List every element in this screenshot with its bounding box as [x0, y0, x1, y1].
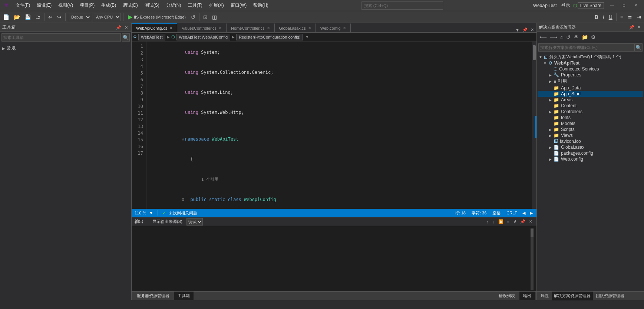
tree-app-data[interactable]: 📁 App_Data: [538, 85, 643, 91]
menu-analyze[interactable]: 分析(N): [163, 1, 184, 9]
se-refresh-btn[interactable]: ↺: [565, 34, 572, 40]
tab-close[interactable]: ✕: [169, 26, 172, 30]
scrollbar-thumb[interactable]: [533, 45, 536, 60]
tree-favicon[interactable]: 🖼 favicon.ico: [538, 138, 643, 144]
align-btn[interactable]: ≡: [619, 13, 625, 22]
status-char[interactable]: 字符: 36: [470, 210, 488, 216]
path-dropdown[interactable]: ▼: [305, 35, 309, 39]
se-close-btn[interactable]: ✕: [636, 25, 642, 30]
tab-close-btn[interactable]: ✕: [529, 27, 535, 32]
bottom-tab-toolbox[interactable]: 工具箱: [174, 292, 194, 300]
fold-2[interactable]: [182, 70, 184, 75]
output-wrap-btn[interactable]: ↲: [512, 219, 518, 224]
live-share-button[interactable]: Live Share: [578, 2, 604, 9]
tree-app-start[interactable]: 📁 App_Start: [538, 91, 643, 97]
path-method[interactable]: Register(HttpConfiguration config): [236, 34, 303, 40]
tab-list-btn[interactable]: ▼: [514, 28, 521, 32]
tab-close[interactable]: ✕: [267, 26, 270, 30]
save-btn[interactable]: 💾: [23, 13, 32, 22]
tab-web-config[interactable]: Web.config ✕: [316, 23, 351, 32]
redo-btn[interactable]: ↪: [56, 13, 63, 22]
nav-left[interactable]: ◀: [522, 211, 526, 216]
status-line[interactable]: 行: 18: [453, 210, 467, 216]
close-button[interactable]: ✕: [631, 1, 641, 10]
tab-close[interactable]: ✕: [343, 26, 346, 30]
tree-areas[interactable]: ▶ 📁 Areas: [538, 97, 643, 103]
run-button[interactable]: ▶ IIS Express (Microsoft Edge): [126, 13, 188, 20]
toolbox-section-general[interactable]: ▶ 常规: [1, 45, 130, 52]
se-back-btn[interactable]: ⟵: [538, 34, 548, 40]
tree-packages-config[interactable]: 📄 packages.config: [538, 150, 643, 156]
tree-solution[interactable]: ▼ ⊡ 解决方案'WebApiTest'(1 个项目/共 1 个): [538, 54, 643, 60]
se-settings-btn[interactable]: ⚙: [590, 34, 597, 40]
tree-references[interactable]: ▶ ■ 引用: [538, 78, 643, 85]
se-home-btn[interactable]: ⌂: [559, 34, 564, 40]
fold-7[interactable]: [182, 157, 184, 162]
se-props-tab[interactable]: 属性: [538, 292, 551, 300]
se-view-btn[interactable]: 👁: [572, 34, 580, 40]
tree-global-asax[interactable]: ▶ 📄 Global.asax: [538, 144, 643, 150]
menu-test[interactable]: 测试(S): [142, 1, 162, 9]
fold-6[interactable]: ⊟: [182, 137, 184, 142]
zoom-level[interactable]: 110 %: [135, 211, 146, 215]
new-project-btn[interactable]: 📄: [1, 13, 11, 22]
platform-dropdown[interactable]: Any CPU: [93, 13, 121, 21]
save-all-btn[interactable]: 🗂: [34, 13, 42, 22]
underline-btn[interactable]: U: [607, 13, 614, 22]
tab-home-controller[interactable]: HomeController.cs ✕: [227, 23, 274, 32]
se-team-tab[interactable]: 团队资源管理器: [594, 292, 627, 300]
tree-scripts[interactable]: ▶ 📁 Scripts: [538, 126, 643, 132]
tree-content[interactable]: 📁 Content: [538, 103, 643, 109]
bottom-tab-errors[interactable]: 错误列表: [495, 292, 519, 300]
se-search-input[interactable]: [538, 43, 634, 52]
fold-8[interactable]: ⊟: [182, 197, 184, 202]
tree-properties[interactable]: ▶ 🔧 Properties: [538, 72, 643, 78]
refresh-btn[interactable]: ↺: [189, 13, 197, 22]
output-pin-btn[interactable]: 📌: [519, 219, 526, 224]
toolbox-search-btn[interactable]: 🔍: [122, 33, 130, 42]
toolbar-extra[interactable]: ⊡: [202, 13, 209, 22]
open-btn[interactable]: 📂: [12, 13, 22, 22]
tree-views[interactable]: ▶ 📁 Views: [538, 132, 643, 138]
detach-btn[interactable]: ⇥: [635, 13, 643, 22]
bottom-tab-output[interactable]: 输出: [519, 292, 535, 300]
tree-web-config[interactable]: ▶ 📄 Web.config: [538, 156, 643, 162]
output-scrollbar[interactable]: [531, 228, 534, 290]
output-close-btn[interactable]: ✕: [528, 219, 534, 224]
toolbar-extra2[interactable]: ◫: [211, 13, 218, 22]
tab-close[interactable]: ✕: [219, 26, 222, 30]
toolbox-search-input[interactable]: [1, 33, 121, 42]
tab-values-controller[interactable]: ValuesController.cs ✕: [177, 23, 227, 32]
tree-fonts[interactable]: 📁 fonts: [538, 115, 643, 121]
se-all-files-btn[interactable]: 📁: [581, 34, 589, 40]
menu-file[interactable]: 文件(F): [13, 1, 33, 9]
tree-models[interactable]: 📁 Models: [538, 121, 643, 126]
output-down-btn[interactable]: ↓: [491, 220, 496, 224]
fold-1[interactable]: [182, 50, 184, 55]
tab-global-asax[interactable]: Global.asax.cs ✕: [275, 23, 316, 32]
bold-btn[interactable]: B: [593, 13, 600, 22]
menu-project[interactable]: 项目(P): [77, 1, 98, 9]
menu-help[interactable]: 帮助(H): [250, 1, 271, 9]
align-btn2[interactable]: ≣: [626, 13, 634, 22]
code-content[interactable]: using System; using System.Collections.G…: [146, 42, 532, 209]
tree-controllers[interactable]: ▶ 📁 Controllers: [538, 109, 643, 115]
se-search-btn[interactable]: 🔍: [634, 43, 643, 52]
nav-right[interactable]: ▶: [529, 211, 534, 216]
menu-view[interactable]: 视图(V): [55, 1, 76, 9]
debug-config-dropdown[interactable]: Debug: [68, 13, 91, 21]
menu-extensions[interactable]: 扩展(X): [206, 1, 227, 9]
output-scrollthumb[interactable]: [531, 229, 534, 237]
restore-button[interactable]: □: [619, 1, 629, 10]
fold-4[interactable]: [182, 110, 184, 115]
se-forward-btn[interactable]: ⟶: [549, 34, 558, 40]
italic-btn[interactable]: I: [601, 13, 606, 22]
output-up-btn[interactable]: ↑: [486, 220, 490, 224]
tree-project[interactable]: ▼ ⚙ WebApiTest: [538, 60, 643, 66]
menu-tools[interactable]: 工具(T): [185, 1, 205, 9]
zoom-dropdown[interactable]: ▼: [149, 211, 153, 215]
menu-debug[interactable]: 调试(D): [120, 1, 141, 9]
tree-connected-services[interactable]: ⬡ Connected Services: [538, 66, 643, 72]
toolbox-close-btn[interactable]: ✕: [123, 25, 129, 30]
editor-scrollbar[interactable]: [532, 42, 536, 209]
